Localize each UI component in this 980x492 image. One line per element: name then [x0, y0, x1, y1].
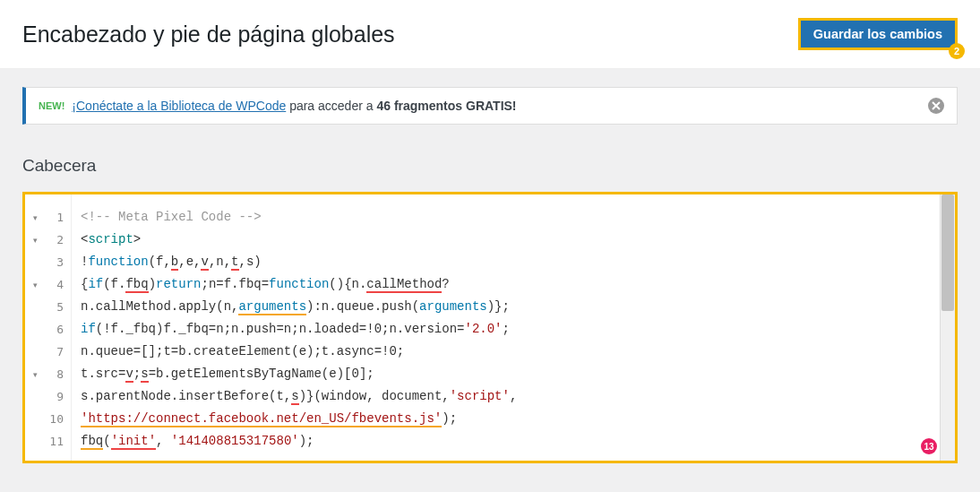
fold-marker[interactable]: [25, 296, 45, 318]
fold-marker[interactable]: [25, 408, 45, 430]
error-count-badge[interactable]: 13: [921, 438, 937, 454]
notice-link[interactable]: ¡Conéctate a la Biblioteca de WPCode: [72, 99, 286, 113]
library-notice: NEW! ¡Conéctate a la Biblioteca de WPCod…: [22, 87, 958, 125]
line-number: 7: [45, 341, 71, 363]
code-line[interactable]: {if(f.fbq)return;n=f.fbq=function(){n.ca…: [81, 273, 931, 296]
notice-text: ¡Conéctate a la Biblioteca de WPCode par…: [72, 99, 516, 113]
annotation-badge-2: 2: [949, 43, 965, 59]
fold-marker[interactable]: [25, 318, 45, 341]
code-line[interactable]: if(!f._fbq)f._fbq=n;n.push=n;n.loaded=!0…: [81, 318, 931, 341]
fold-marker[interactable]: [25, 341, 45, 363]
fold-marker[interactable]: ▾: [25, 229, 45, 251]
code-line[interactable]: s.parentNode.insertBefore(t,s)}(window, …: [81, 385, 931, 408]
code-line[interactable]: fbq('init', '141408815317580');: [81, 430, 931, 453]
line-number: 8: [45, 363, 71, 385]
code-area[interactable]: <!-- Meta Pixel Code --><script>!functio…: [72, 194, 940, 461]
fold-marker[interactable]: [25, 385, 45, 408]
new-tag: NEW!: [39, 100, 64, 111]
line-number: 2: [45, 229, 71, 251]
code-line[interactable]: 'https://connect.facebook.net/en_US/fbev…: [81, 408, 931, 430]
scroll-thumb[interactable]: [941, 194, 954, 311]
line-number: 5: [45, 296, 71, 318]
line-gutter: 1234567891011: [45, 194, 72, 461]
code-line[interactable]: n.queue=[];t=b.createElement(e);t.async=…: [81, 341, 931, 363]
code-line[interactable]: !function(f,b,e,v,n,t,s): [81, 251, 931, 273]
scrollbar[interactable]: [940, 194, 955, 461]
fold-marker[interactable]: [25, 251, 45, 273]
save-button[interactable]: Guardar los cambios: [798, 18, 958, 50]
close-icon[interactable]: [928, 98, 944, 114]
code-line[interactable]: <!-- Meta Pixel Code -->: [81, 206, 931, 229]
fold-marker[interactable]: [25, 430, 45, 453]
fold-marker[interactable]: ▾: [25, 273, 45, 296]
line-number: 3: [45, 251, 71, 273]
line-number: 11: [45, 430, 71, 453]
line-number: 1: [45, 206, 71, 229]
fold-marker[interactable]: ▾: [25, 206, 45, 229]
line-number: 9: [45, 385, 71, 408]
code-line[interactable]: <script>: [81, 229, 931, 251]
line-number: 10: [45, 408, 71, 430]
fold-gutter[interactable]: ▾▾▾▾: [25, 194, 45, 461]
section-title: Cabecera: [22, 156, 958, 176]
code-line[interactable]: t.src=v;s=b.getElementsByTagName(e)[0];: [81, 363, 931, 385]
page-header: Encabezado y pie de página globales Guar…: [0, 0, 980, 69]
code-line[interactable]: n.callMethod.apply(n,arguments):n.queue.…: [81, 296, 931, 318]
line-number: 4: [45, 273, 71, 296]
code-editor[interactable]: 1 ▾▾▾▾ 1234567891011 <!-- Meta Pixel Cod…: [22, 192, 958, 463]
fold-marker[interactable]: ▾: [25, 363, 45, 385]
line-number: 6: [45, 318, 71, 341]
page-title: Encabezado y pie de página globales: [22, 22, 395, 47]
